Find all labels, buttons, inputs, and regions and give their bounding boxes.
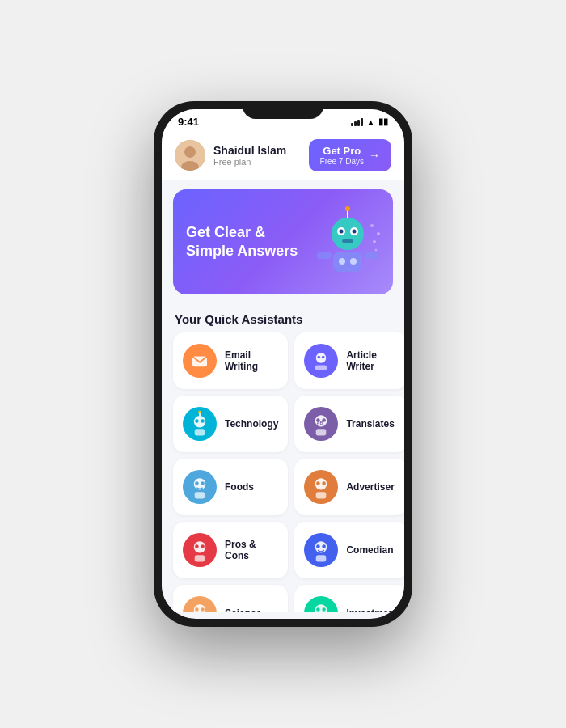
- assistant-label-translates: Translates: [346, 418, 394, 430]
- assistant-label-article-writer: Article Writer: [346, 349, 397, 372]
- svg-point-18: [373, 240, 376, 243]
- assistant-icon-comedian: [304, 533, 338, 567]
- assistant-label-email-writing: Email Writing: [225, 349, 278, 372]
- banner-robot-illustration: [307, 205, 380, 278]
- assistant-card-translates[interactable]: ABTranslates: [294, 396, 404, 452]
- svg-rect-14: [317, 252, 332, 259]
- battery-icon: ▮▮: [378, 116, 388, 127]
- svg-rect-11: [333, 252, 362, 272]
- user-info: Shaidul Islam Free plan: [175, 140, 286, 171]
- notch: [243, 101, 323, 119]
- svg-point-19: [375, 249, 378, 252]
- assistant-icon-investment: [304, 596, 338, 612]
- pro-button-arrow: →: [369, 149, 380, 162]
- assistant-label-foods: Foods: [225, 481, 254, 493]
- svg-rect-45: [195, 492, 205, 498]
- assistant-icon-email-writing: [183, 344, 217, 378]
- assistant-icon-pros-cons: [183, 533, 217, 567]
- assistant-card-science[interactable]: Science: [173, 585, 288, 612]
- assistant-card-foods[interactable]: Foods: [173, 459, 288, 515]
- pro-button-sublabel: Free 7 Days: [320, 157, 364, 166]
- pro-button-label: Get Pro: [320, 145, 364, 157]
- svg-point-63: [195, 607, 199, 612]
- assistant-icon-technology: [183, 407, 217, 441]
- svg-point-30: [195, 419, 199, 423]
- phone-screen: 9:41 ▲ ▮▮: [162, 109, 404, 619]
- svg-point-17: [377, 232, 380, 235]
- svg-point-31: [201, 419, 205, 423]
- svg-point-44: [201, 481, 205, 485]
- svg-rect-27: [315, 365, 327, 370]
- svg-point-7: [353, 230, 357, 234]
- svg-point-54: [201, 544, 205, 548]
- svg-point-16: [370, 224, 374, 227]
- user-plan: Free plan: [213, 157, 286, 167]
- banner: Get Clear & Simple Answers: [173, 189, 393, 294]
- svg-rect-8: [342, 239, 353, 243]
- svg-text:AB: AB: [317, 421, 323, 425]
- svg-point-1: [184, 146, 196, 158]
- assistant-card-investment[interactable]: Investment: [294, 585, 404, 612]
- section-title: Your Quick Assistants: [162, 304, 404, 332]
- header: Shaidul Islam Free plan Get Pro Free 7 D…: [162, 131, 404, 180]
- screen-content: Shaidul Islam Free plan Get Pro Free 7 D…: [162, 131, 404, 612]
- user-details: Shaidul Islam Free plan: [213, 144, 286, 167]
- svg-rect-50: [316, 492, 327, 498]
- assistant-icon-translates: AB: [304, 407, 338, 441]
- svg-rect-60: [316, 555, 327, 561]
- get-pro-button[interactable]: Get Pro Free 7 Days →: [309, 139, 391, 171]
- assistant-icon-foods: [183, 470, 217, 504]
- svg-point-43: [195, 481, 199, 485]
- svg-rect-26: [318, 361, 325, 362]
- user-name: Shaidul Islam: [213, 144, 286, 157]
- wifi-icon: ▲: [366, 117, 375, 127]
- svg-point-58: [317, 544, 321, 548]
- assistant-label-science: Science: [225, 607, 261, 612]
- signal-icon: [351, 118, 363, 126]
- assistant-card-advertiser[interactable]: Advertiser: [294, 459, 404, 515]
- svg-point-59: [323, 544, 327, 548]
- svg-point-33: [198, 411, 201, 414]
- assistant-icon-science: [183, 596, 217, 612]
- assistant-icon-advertiser: [304, 470, 338, 504]
- svg-rect-40: [316, 429, 327, 435]
- svg-point-13: [350, 258, 357, 265]
- svg-rect-15: [364, 252, 378, 259]
- assistants-grid: Email WritingArticle WriterTechnologyABT…: [162, 332, 404, 612]
- assistant-card-article-writer[interactable]: Article Writer: [294, 332, 404, 389]
- svg-point-48: [317, 481, 321, 485]
- svg-point-69: [323, 607, 327, 612]
- svg-point-24: [318, 356, 321, 359]
- avatar: [175, 140, 205, 171]
- phone-frame: 9:41 ▲ ▮▮: [154, 101, 412, 627]
- svg-point-53: [195, 544, 199, 548]
- assistant-label-investment: Investment: [346, 607, 397, 612]
- banner-text: Get Clear & Simple Answers: [186, 223, 307, 261]
- svg-point-68: [317, 607, 321, 612]
- svg-point-6: [340, 230, 344, 234]
- assistant-label-pros-cons: Pros & Cons: [225, 539, 278, 561]
- svg-point-12: [339, 258, 345, 265]
- status-time: 9:41: [178, 116, 199, 128]
- svg-point-64: [201, 607, 205, 612]
- assistant-card-pros-cons[interactable]: Pros & Cons: [173, 522, 288, 578]
- assistant-label-technology: Technology: [225, 418, 278, 430]
- assistant-card-email-writing[interactable]: Email Writing: [173, 332, 288, 389]
- assistant-icon-article-writer: [304, 344, 338, 378]
- svg-rect-34: [195, 429, 205, 435]
- status-icons: ▲ ▮▮: [351, 116, 388, 127]
- assistant-label-comedian: Comedian: [346, 544, 393, 556]
- assistant-label-advertiser: Advertiser: [346, 481, 394, 493]
- assistant-card-technology[interactable]: Technology: [173, 396, 288, 452]
- assistant-card-comedian[interactable]: Comedian: [294, 522, 404, 578]
- svg-point-25: [322, 356, 325, 359]
- svg-point-10: [345, 206, 350, 211]
- svg-point-3: [332, 218, 364, 250]
- svg-rect-55: [195, 555, 205, 561]
- svg-point-49: [323, 481, 327, 485]
